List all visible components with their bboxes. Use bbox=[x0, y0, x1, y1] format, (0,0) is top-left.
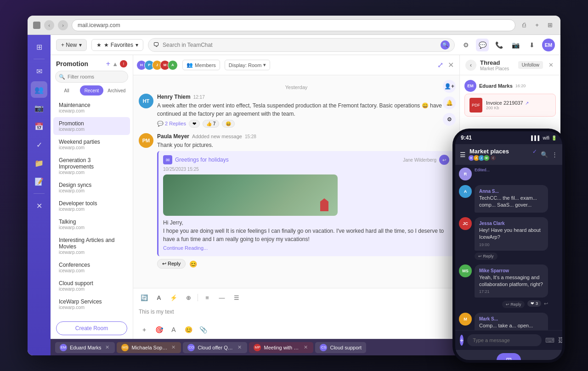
heart-reaction[interactable]: ❤ bbox=[189, 120, 200, 128]
phone-msg-mike-1: MS Mike Sparrow Yeah, It's a messaging a… bbox=[459, 264, 559, 309]
browser-back-btn[interactable]: ‹ bbox=[44, 20, 54, 30]
calendar-btn[interactable]: 📅 bbox=[31, 118, 47, 135]
new-tab-btn[interactable]: + bbox=[532, 20, 542, 30]
add-member-icon-btn[interactable]: 👤+ bbox=[443, 80, 456, 93]
add-room-btn[interactable]: + bbox=[106, 60, 110, 68]
mike-heart-reaction[interactable]: ❤ 3 bbox=[527, 300, 541, 307]
invoice-link[interactable]: ↗ bbox=[525, 101, 529, 106]
compose-tool-dash[interactable]: — bbox=[216, 292, 227, 303]
compose-text-area[interactable]: This is my text bbox=[139, 306, 454, 322]
emoji-react-btn[interactable]: 😊 bbox=[189, 260, 197, 268]
compose-attachment-btn[interactable]: 📎 bbox=[198, 324, 209, 335]
settings-icon-btn[interactable]: ⚙ bbox=[459, 39, 472, 51]
phone-apps-btn[interactable]: ⊞ bbox=[497, 353, 521, 363]
phone-search-btn[interactable]: 🔍 bbox=[541, 151, 548, 158]
mail-btn[interactable]: ✉ bbox=[31, 63, 47, 79]
display-room-btn[interactable]: Display: Room ▾ bbox=[225, 60, 271, 70]
thread-close-btn[interactable]: ✕ bbox=[547, 61, 555, 69]
room-item-design[interactable]: Design syncs icewarp.com bbox=[53, 179, 130, 197]
chat-icon-btn[interactable]: 💬 bbox=[476, 39, 489, 51]
unfollow-btn[interactable]: Unfollow bbox=[518, 61, 543, 69]
favorites-button[interactable]: ★ ★ Favorites ▾ bbox=[91, 39, 143, 51]
reply-btn[interactable]: ↩ Reply bbox=[157, 259, 186, 269]
tasks-btn[interactable]: ✓ bbox=[31, 136, 47, 153]
tab-all[interactable]: All bbox=[55, 85, 78, 96]
grid-view-btn[interactable]: ⊞ bbox=[545, 20, 555, 30]
smile-reaction[interactable]: 😄 bbox=[222, 120, 235, 128]
room-item-animals[interactable]: Animals icewarp.com bbox=[53, 314, 130, 318]
chat-btn[interactable]: 👥 bbox=[31, 81, 47, 98]
search-submit-btn[interactable]: 🔍 bbox=[441, 40, 450, 50]
tab-archived[interactable]: Archived bbox=[105, 85, 128, 96]
taskbar-edward-close[interactable]: ✕ bbox=[104, 344, 110, 351]
phone-compose-input[interactable] bbox=[467, 334, 542, 346]
room-item-promotion[interactable]: Promotion icewarp.com bbox=[53, 117, 130, 135]
taskbar-cloud-offer-close[interactable]: ✕ bbox=[236, 344, 243, 351]
taskbar-michaela-close[interactable]: ✕ bbox=[170, 344, 176, 351]
search-bar[interactable]: 🗨 🔍 bbox=[148, 38, 455, 52]
room-settings-icon-btn[interactable]: ⚙ bbox=[443, 113, 456, 126]
taskbar-item-edward[interactable]: EM Eduard Marks ✕ bbox=[55, 342, 115, 353]
replies-btn[interactable]: 💬 2 Replies bbox=[157, 120, 186, 128]
compose-emoji-btn[interactable]: 🎯 bbox=[153, 324, 164, 335]
camera-icon-btn[interactable]: 📷 bbox=[509, 39, 522, 51]
room-item-devtools[interactable]: Developer tools icewarp.com bbox=[53, 197, 130, 215]
phone-keyboard-btn[interactable]: ⌨ bbox=[545, 337, 554, 344]
close-btn[interactable]: ✕ bbox=[31, 197, 47, 214]
rooms-filter-input[interactable] bbox=[55, 71, 128, 83]
compose-tool-text[interactable]: A bbox=[153, 292, 164, 303]
room-item-conferences[interactable]: Conferences icewarp.com bbox=[53, 259, 130, 276]
share-btn[interactable]: ⎙ bbox=[519, 20, 529, 30]
download-icon-btn[interactable]: ⬇ bbox=[526, 39, 538, 51]
mike-react-btn[interactable]: ↩ bbox=[544, 301, 548, 307]
room-item-cloud-support[interactable]: Cloud support icewarp.com bbox=[53, 277, 130, 295]
notification-icon-btn[interactable]: 🔔 bbox=[443, 96, 456, 109]
taskbar-meeting-close[interactable]: ✕ bbox=[302, 344, 309, 351]
create-room-btn[interactable]: Create Room bbox=[56, 321, 127, 335]
taskbar-item-cloud-offer[interactable]: CO Cloud offer Q4/2023 ✕ bbox=[183, 342, 247, 353]
phone-image-btn[interactable]: 🖼 bbox=[558, 337, 565, 344]
phone-compose-plus[interactable]: + bbox=[460, 335, 464, 346]
room-item-weekend[interactable]: Weekend parties icewarp.com bbox=[53, 135, 130, 153]
files-btn[interactable]: 📁 bbox=[31, 155, 47, 171]
taskbar-item-cloud-support[interactable]: CS Cloud support bbox=[315, 342, 366, 353]
compose-emoticon-btn[interactable]: 😊 bbox=[183, 324, 194, 335]
attachment-card: PDF Invoice 2219037 ↗ 200 Kb bbox=[464, 94, 556, 117]
continue-reading-btn[interactable]: Continue Reading... bbox=[163, 243, 208, 253]
browser-forward-btn[interactable]: › bbox=[58, 20, 68, 30]
taskbar-cloud-offer-label: Cloud offer Q4/2023 bbox=[198, 345, 233, 350]
phone-more-btn[interactable]: ⋮ bbox=[552, 151, 558, 158]
room-item-articles[interactable]: Interesting Articles and Movies icewarp.… bbox=[53, 234, 130, 258]
compose-tool-lines[interactable]: ☰ bbox=[231, 292, 242, 303]
thread-back-btn[interactable]: ‹ bbox=[465, 60, 476, 71]
search-input[interactable] bbox=[163, 42, 437, 48]
room-item-maintenance[interactable]: Maintenance icewarp.com bbox=[53, 99, 130, 117]
room-item-icewarp-services[interactable]: IceWarp Services icewarp.com bbox=[53, 295, 130, 313]
new-button[interactable]: + New ▾ bbox=[56, 39, 87, 51]
mike-reply-btn-1[interactable]: ↩ Reply bbox=[502, 301, 525, 308]
compose-tool-list[interactable]: ≡ bbox=[202, 292, 213, 303]
room-item-gen3[interactable]: Generation 3 Improvements icewarp.com bbox=[53, 154, 130, 178]
compose-tool-lightning[interactable]: ⚡ bbox=[168, 292, 179, 303]
thumbs-reaction[interactable]: 👍 7 bbox=[203, 120, 219, 128]
mike-reactions-1: ↩ Reply ❤ 3 ↩ bbox=[475, 299, 548, 308]
collapse-rooms-btn[interactable]: ▲ bbox=[112, 61, 118, 67]
video-btn[interactable]: 📷 bbox=[31, 100, 47, 116]
taskbar-item-michaela[interactable]: MS Michaela Sopprani ✕ bbox=[117, 342, 181, 353]
close-chat-btn[interactable]: ✕ bbox=[448, 61, 454, 69]
notes-btn[interactable]: 📝 bbox=[31, 173, 47, 190]
phone-menu-btn[interactable]: ☰ bbox=[460, 151, 466, 158]
members-btn[interactable]: 👥 Members bbox=[182, 60, 220, 70]
phone-icon-btn[interactable]: 📞 bbox=[492, 39, 505, 51]
tab-recent[interactable]: Recent bbox=[80, 85, 103, 96]
compose-tool-rotate[interactable]: 🔄 bbox=[139, 292, 150, 303]
grid-menu-btn[interactable]: ⊞ bbox=[31, 39, 47, 55]
compose-tool-merge[interactable]: ⊕ bbox=[183, 292, 194, 303]
user-avatar[interactable]: EM bbox=[542, 39, 555, 51]
compose-plus-btn[interactable]: + bbox=[139, 324, 150, 335]
room-item-talking[interactable]: Talking icewarp.com bbox=[53, 215, 130, 233]
taskbar-item-meeting[interactable]: MP Meeting with Paula ✕ bbox=[249, 342, 313, 353]
compose-text-btn[interactable]: A bbox=[168, 324, 179, 335]
expand-chat-btn[interactable]: ⤢ bbox=[437, 61, 443, 69]
jessa-reply-btn-1[interactable]: ↩ Reply bbox=[475, 253, 498, 260]
